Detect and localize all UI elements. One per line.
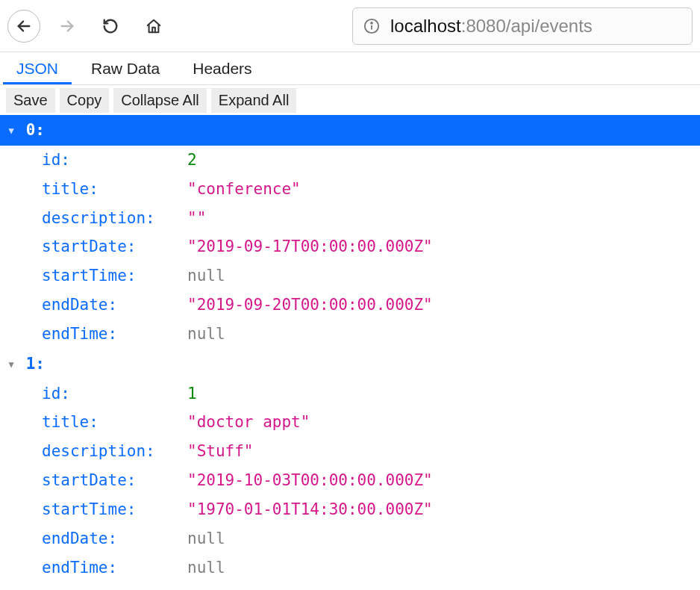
json-property-row[interactable]: title:"doctor appt": [0, 408, 700, 437]
chevron-down-icon: ▼: [6, 356, 16, 373]
forward-button[interactable]: [51, 10, 84, 43]
json-property-row[interactable]: startTime:"1970-01-01T14:30:00.000Z": [0, 495, 700, 524]
json-property-row[interactable]: id:1: [0, 379, 700, 409]
tab-headers[interactable]: Headers: [179, 52, 265, 84]
reload-icon: [102, 18, 119, 34]
json-key: startDate:: [42, 466, 187, 495]
json-key: endDate:: [42, 291, 187, 320]
nav-bar: localhost:8080/api/events: [0, 0, 700, 52]
chevron-down-icon: ▼: [6, 122, 16, 139]
json-key: startTime:: [42, 495, 187, 524]
copy-button[interactable]: Copy: [60, 88, 110, 113]
json-value: null: [187, 320, 225, 349]
json-key: endTime:: [42, 553, 187, 583]
json-key: startDate:: [42, 232, 187, 261]
json-property-row[interactable]: startDate:"2019-10-03T00:00:00.000Z": [0, 466, 700, 495]
json-key: id:: [42, 146, 187, 175]
json-array-item-header[interactable]: ▼ 1:: [0, 349, 700, 379]
arrow-right-icon: [59, 18, 75, 34]
json-property-row[interactable]: endTime:null: [0, 553, 700, 583]
json-value: "Stuff": [187, 437, 254, 466]
save-button[interactable]: Save: [6, 88, 55, 113]
json-property-row[interactable]: startDate:"2019-09-17T00:00:00.000Z": [0, 232, 700, 261]
collapse-all-button[interactable]: Collapse All: [113, 88, 207, 113]
reload-button[interactable]: [94, 10, 127, 43]
json-key: description:: [42, 437, 187, 466]
json-value: null: [187, 261, 225, 291]
arrow-left-icon: [16, 18, 32, 34]
json-index-label: 1:: [26, 355, 45, 373]
json-property-row[interactable]: id:2: [0, 146, 700, 175]
json-tree-view: ▼ 0:id:2title:"conference"description:""…: [0, 115, 700, 583]
home-icon: [146, 18, 162, 34]
tab-raw-data[interactable]: Raw Data: [78, 52, 173, 84]
info-icon[interactable]: [363, 18, 380, 34]
url-text: localhost:8080/api/events: [390, 16, 593, 37]
json-value: "doctor appt": [187, 408, 310, 437]
json-value: "1970-01-01T14:30:00.000Z": [187, 495, 433, 524]
tab-json[interactable]: JSON: [3, 52, 72, 84]
json-key: id:: [42, 379, 187, 409]
json-value: 1: [187, 379, 197, 409]
json-key: description:: [42, 204, 187, 233]
json-value: "conference": [187, 175, 301, 204]
json-array-item-header[interactable]: ▼ 0:: [0, 115, 700, 146]
json-key: startTime:: [42, 261, 187, 291]
view-tabs: JSON Raw Data Headers: [0, 52, 700, 85]
json-property-row[interactable]: startTime:null: [0, 261, 700, 291]
json-toolbar: Save Copy Collapse All Expand All: [0, 85, 700, 115]
json-property-row[interactable]: endTime:null: [0, 320, 700, 349]
json-value: null: [187, 524, 225, 553]
json-property-row[interactable]: description:"": [0, 204, 700, 233]
json-key: endTime:: [42, 320, 187, 349]
home-button[interactable]: [137, 10, 170, 43]
json-key: title:: [42, 175, 187, 204]
expand-all-button[interactable]: Expand All: [211, 88, 297, 113]
url-bar[interactable]: localhost:8080/api/events: [352, 7, 693, 45]
svg-point-4: [371, 22, 372, 23]
json-key: endDate:: [42, 524, 187, 553]
json-property-row[interactable]: description:"Stuff": [0, 437, 700, 466]
json-value: "2019-10-03T00:00:00.000Z": [187, 466, 433, 495]
json-property-row[interactable]: title:"conference": [0, 175, 700, 204]
json-property-row[interactable]: endDate:null: [0, 524, 700, 553]
json-index-label: 0:: [26, 121, 45, 139]
json-value: 2: [187, 146, 197, 175]
back-button[interactable]: [7, 10, 40, 43]
json-value: "": [187, 204, 206, 233]
json-value: "2019-09-17T00:00:00.000Z": [187, 232, 433, 261]
json-value: "2019-09-20T00:00:00.000Z": [187, 291, 433, 320]
json-property-row[interactable]: endDate:"2019-09-20T00:00:00.000Z": [0, 291, 700, 320]
json-value: null: [187, 553, 225, 583]
json-key: title:: [42, 408, 187, 437]
